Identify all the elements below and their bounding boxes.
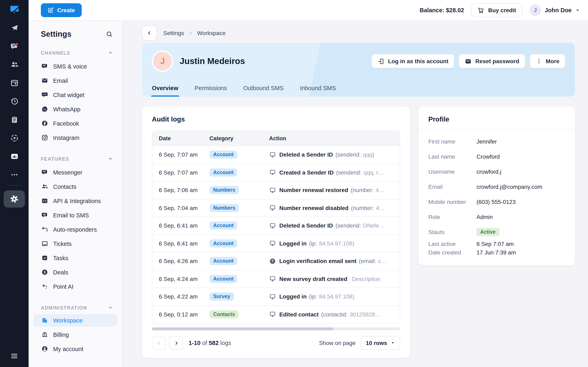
tab-overview[interactable]: Overview xyxy=(152,85,178,97)
table-row[interactable]: 6 Sep, 0:12 am Contacts Edited contact (… xyxy=(152,305,400,323)
breadcrumb-workspace[interactable]: Workspace xyxy=(197,30,226,36)
caret-down-icon xyxy=(391,341,395,345)
reporting-icon[interactable] xyxy=(10,152,19,161)
sidebar-item-billing[interactable]: Billing xyxy=(41,327,113,342)
automation-icon[interactable] xyxy=(10,133,19,142)
more-button[interactable]: More xyxy=(530,54,565,68)
user-avatar: J xyxy=(530,4,541,16)
contacts-icon xyxy=(41,183,48,190)
section-title: FEATURES xyxy=(41,156,69,161)
category-badge: Account xyxy=(209,239,237,248)
tab-inbound-sms[interactable]: Inbound SMS xyxy=(300,85,336,97)
email-icon xyxy=(41,77,48,84)
sidebar-item-facebook[interactable]: Facebook xyxy=(41,116,113,131)
chevron-up-icon[interactable] xyxy=(108,156,113,161)
log-meta-value: qqq, r… xyxy=(364,169,384,176)
sidebar-item-email-to-sms[interactable]: @Email to SMS xyxy=(41,208,113,222)
search-icon[interactable] xyxy=(106,31,113,38)
sidebar-item-tickets[interactable]: Tickets xyxy=(41,236,113,251)
table-row[interactable]: 6 Sep, 4:22 am Survey Logged in (ip: 84.… xyxy=(152,287,400,305)
app-logo-icon[interactable] xyxy=(8,4,20,16)
sidebar-item-instagram[interactable]: Instagram xyxy=(41,131,113,145)
sidebar-title: Settings xyxy=(41,30,71,39)
chevron-up-icon[interactable] xyxy=(108,305,113,310)
log-date: 6 Sep, 4:24 am xyxy=(152,276,209,282)
table-row[interactable]: 6 Sep, 6:41 am Account Deleted a Sender … xyxy=(152,217,400,234)
category-badge: Account xyxy=(209,275,237,283)
user-menu[interactable]: J John Doe xyxy=(530,4,580,16)
tasks-clipboard-icon[interactable] xyxy=(10,115,19,124)
menu-hamburger-icon[interactable] xyxy=(0,351,29,360)
sidebar-item-chat-widget[interactable]: Chat widget xyxy=(41,88,113,102)
sidebar-item-messenger[interactable]: Messenger xyxy=(41,165,113,179)
chevron-left-icon xyxy=(146,30,153,36)
log-action: New survey draft created xyxy=(279,276,347,282)
sidebar-item-contacts[interactable]: Contacts xyxy=(41,179,113,194)
column-header-action: Action xyxy=(269,135,400,141)
table-row[interactable]: 6 Sep, 4:26 am Account ? Login verificat… xyxy=(152,252,400,270)
rows-per-page-dropdown[interactable]: 10 rows xyxy=(361,336,400,350)
chevron-up-icon[interactable] xyxy=(108,50,113,55)
deals-icon: $ xyxy=(41,269,48,276)
sidebar-item-point-ai[interactable]: Point AI xyxy=(41,279,113,294)
tasks-icon xyxy=(41,254,48,261)
prev-page-button[interactable] xyxy=(152,336,166,350)
category-badge: Numbers xyxy=(209,204,239,212)
log-meta-key: (senderid: xyxy=(336,151,361,158)
send-icon[interactable] xyxy=(10,23,19,32)
tab-permissions[interactable]: Permissions xyxy=(195,85,227,97)
profile-field-username: Usernamecrowford.j xyxy=(428,164,565,179)
profile-card: Profile First nameJennifer Last nameCrow… xyxy=(419,106,575,266)
monitor-icon xyxy=(269,311,276,318)
buy-credit-button[interactable]: Buy credit xyxy=(471,3,522,17)
table-row[interactable]: 6 Sep, 7:07 am Account Deleted a Sender … xyxy=(152,146,400,163)
sidebar-item-email[interactable]: Email xyxy=(41,73,113,88)
sidebar-item-workspace[interactable]: Workspace xyxy=(34,314,117,327)
messenger-icon xyxy=(41,169,48,176)
show-on-page-label: Show on page xyxy=(319,340,356,346)
profile-title: Profile xyxy=(428,115,449,123)
sidebar-item-sms-voice[interactable]: SMS & voice xyxy=(41,59,113,73)
sidebar-item-api-integrations[interactable]: API & Integrations xyxy=(41,194,113,208)
section-channels: CHANNELS SMS & voice Email Chat widget W… xyxy=(41,50,113,145)
sidebar-item-whatsapp[interactable]: WhatsApp xyxy=(41,102,113,116)
horizontal-scrollbar[interactable] xyxy=(152,327,400,330)
sidebar-item-auto-responders[interactable]: Auto-responders xyxy=(41,222,113,236)
tab-outbound-sms[interactable]: Outbound SMS xyxy=(243,85,284,97)
cart-icon xyxy=(477,7,484,14)
sidebar-item-my-account[interactable]: My account xyxy=(41,342,113,356)
more-dots-icon[interactable] xyxy=(10,170,19,179)
profile-field-last-name: Last nameCrowford xyxy=(428,149,565,164)
sidebar-item-tasks[interactable]: Tasks xyxy=(41,251,113,265)
log-meta-value: 4… xyxy=(376,187,385,193)
log-meta-key: (email: xyxy=(359,258,376,264)
log-date: 6 Sep, 4:22 am xyxy=(152,293,209,300)
log-date: 6 Sep, 6:41 am xyxy=(152,222,209,229)
svg-text:$: $ xyxy=(43,270,45,274)
table-row[interactable]: 6 Sep, 7:06 am Numbers Number renewal re… xyxy=(152,181,400,199)
settings-gear-button[interactable] xyxy=(4,191,25,208)
log-action: Deleted a Sender ID xyxy=(279,151,333,158)
log-meta-key: (senderid: xyxy=(336,222,361,229)
monitor-icon xyxy=(269,275,276,282)
scrollbar-thumb[interactable] xyxy=(152,327,333,330)
table-row[interactable]: 6 Sep, 7:07 am Account Created a Sender … xyxy=(152,163,400,181)
history-icon[interactable] xyxy=(10,97,19,106)
reset-password-button[interactable]: Reset password xyxy=(459,54,525,68)
sidebar-item-deals[interactable]: $Deals xyxy=(41,265,113,279)
login-as-account-button[interactable]: Log in as this account xyxy=(372,54,454,68)
next-page-button[interactable] xyxy=(169,336,183,350)
create-button[interactable]: Create xyxy=(41,3,81,17)
back-button[interactable] xyxy=(142,26,157,40)
contacts-icon[interactable] xyxy=(10,60,19,69)
category-badge: Contacts xyxy=(209,310,239,318)
breadcrumb-settings[interactable]: Settings xyxy=(163,30,184,36)
sms-voice-icon xyxy=(41,63,48,70)
table-row[interactable]: 6 Sep, 7:04 am Numbers Number renewal di… xyxy=(152,199,400,217)
table-row[interactable]: 6 Sep, 6:41 am Account Logged in (ip: 84… xyxy=(152,234,400,252)
table-row[interactable]: 6 Sep, 4:24 am Account New survey draft … xyxy=(152,270,400,287)
category-badge: Numbers xyxy=(209,186,239,194)
chevron-right-icon xyxy=(188,31,193,35)
inbox-chat-icon[interactable] xyxy=(10,42,19,50)
calendar-icon[interactable] xyxy=(10,78,19,87)
